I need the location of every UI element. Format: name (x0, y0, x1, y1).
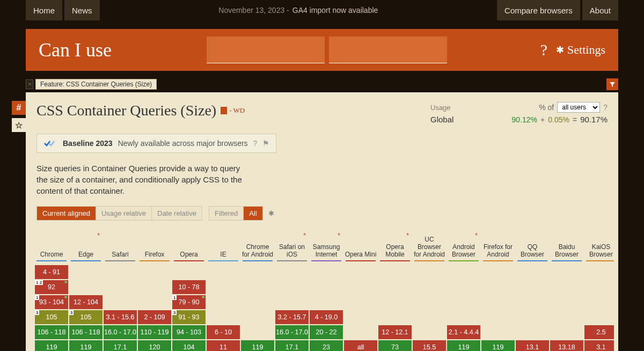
version-cell[interactable]: 11 (207, 340, 240, 351)
partial-pct: 0.05% (548, 115, 569, 124)
empty-cell (241, 295, 274, 309)
browser-header-uc[interactable]: UC Browser for Android (412, 231, 447, 261)
search-help[interactable]: ? (540, 41, 547, 59)
version-cell[interactable]: 12 - 12.1 (378, 325, 412, 339)
version-cell[interactable]: 94 - 103 (172, 325, 206, 339)
version-cell[interactable]: 4 - 91 (35, 265, 68, 279)
filter-all[interactable]: All (244, 207, 262, 220)
nav-home[interactable]: Home (26, 0, 62, 20)
version-cell[interactable]: 1⚑79 - 90 (172, 295, 206, 309)
version-cell[interactable]: 119 (241, 340, 274, 351)
browser-header-abr[interactable]: *Android Browser (447, 231, 481, 261)
support-body: 4 - 911 2⚑9210 - 781⚑93 - 10412 - 1041⚑7… (34, 265, 614, 351)
star-icon[interactable]: ☆ (12, 118, 26, 132)
version-cell[interactable]: 2.1 - 4.4.4 (447, 325, 480, 339)
filter-filtered[interactable]: Filtered (209, 207, 244, 220)
empty-cell (481, 310, 515, 324)
nav-announcement[interactable]: November 13, 2023 - GA4 import now avail… (100, 0, 497, 20)
tab-usage-relative[interactable]: Usage relative (96, 207, 152, 220)
version-cell[interactable]: 13.1 (516, 340, 549, 351)
gear-icon: ✱ (556, 44, 564, 56)
version-cell[interactable]: 119 (69, 340, 103, 351)
empty-cell (413, 310, 446, 324)
usage-help[interactable]: ? (603, 103, 608, 112)
version-cell[interactable]: 391 - 93 (172, 310, 206, 324)
note-star-icon: * (97, 231, 100, 239)
version-cell[interactable]: 13.18 (550, 340, 583, 351)
browser-header-ffa[interactable]: Firefox for Android (481, 231, 515, 261)
version-cell[interactable]: 17.1 (275, 340, 309, 351)
baseline-help-icon[interactable]: ? (253, 139, 258, 148)
baseline-flag-icon[interactable]: ⚑ (262, 139, 269, 148)
version-cell[interactable]: 2 - 109 (138, 310, 171, 324)
browser-header-omini[interactable]: Opera Mini (343, 231, 378, 261)
browser-header-kai[interactable]: KaiOS Browser (584, 231, 614, 261)
version-cell[interactable]: 106 - 118 (35, 325, 68, 339)
version-cell[interactable]: 106 - 118 (69, 325, 103, 339)
nav-about[interactable]: About (582, 0, 618, 20)
version-cell[interactable]: 1 2⚑92 (35, 280, 68, 294)
version-cell[interactable]: 16.0 - 17.0 (275, 325, 309, 339)
version-cell[interactable]: 15.5 (413, 340, 446, 351)
version-cell[interactable]: 4 - 19.0 (310, 310, 343, 324)
browser-header-opera[interactable]: Opera (172, 231, 206, 261)
search-input-2[interactable] (329, 36, 447, 63)
version-cell[interactable]: 3105 (35, 310, 68, 324)
empty-cell (516, 310, 549, 324)
version-cell[interactable]: 17.1 (104, 340, 137, 351)
browser-header-ie[interactable]: IE (206, 231, 240, 261)
cell-version: 17.1 (286, 343, 298, 351)
spec-badge[interactable]: - WD (221, 106, 245, 115)
permalink-icon[interactable]: # (12, 101, 26, 115)
version-cell[interactable]: 6 - 10 (207, 325, 240, 339)
version-cell[interactable]: 3.2 - 15.7 (275, 310, 309, 324)
browser-header-baidu[interactable]: Baidu Browser (550, 231, 584, 261)
view-settings-icon[interactable]: ✱ (268, 209, 274, 217)
version-cell[interactable]: 73 (378, 340, 412, 351)
version-cell[interactable]: 119 (447, 340, 480, 351)
browser-header-safari[interactable]: Safari (103, 231, 137, 261)
browser-header-edge[interactable]: *Edge (69, 231, 103, 261)
browser-header-qq[interactable]: QQ Browser (515, 231, 550, 261)
empty-cell (275, 280, 309, 294)
search-input-1[interactable] (207, 36, 325, 63)
version-cell[interactable]: 110 - 119 (138, 325, 171, 339)
version-cell[interactable]: 2.5 (584, 325, 614, 339)
version-cell[interactable]: 104 (172, 340, 206, 351)
browser-header-sam[interactable]: *Samsung Internet (309, 231, 343, 261)
breadcrumb-row: × Feature: CSS Container Queries (Size) (0, 78, 644, 90)
cell-note: 1 (35, 295, 39, 300)
version-cell[interactable]: 119 (35, 340, 68, 351)
browser-header-sios[interactable]: *Safari on iOS (275, 231, 309, 261)
cell-flag-icon: ⚑ (64, 280, 68, 285)
tab-date-relative[interactable]: Date relative (152, 207, 202, 220)
settings-link[interactable]: ✱ Settings (556, 43, 605, 57)
version-cell[interactable]: all (344, 340, 377, 351)
version-cell[interactable]: 10 - 78 (172, 280, 206, 294)
browser-header-chrome[interactable]: Chrome (34, 231, 69, 261)
empty-cell (207, 265, 240, 279)
browser-header-cra[interactable]: Chrome for Android (240, 231, 275, 261)
version-cell[interactable]: 3.1 - 15.6 (104, 310, 137, 324)
browser-header-firefox[interactable]: Firefox (137, 231, 172, 261)
empty-cell (138, 295, 171, 309)
version-cell[interactable]: 12 - 104 (69, 295, 103, 309)
version-cell[interactable]: 3105 (69, 310, 103, 324)
version-cell[interactable]: 23 (310, 340, 343, 351)
baseline-banner: Baseline 2023 Newly available across maj… (36, 134, 276, 153)
tab-current-aligned[interactable]: Current aligned (37, 207, 96, 220)
empty-cell (413, 295, 446, 309)
filter-icon[interactable] (606, 78, 618, 90)
version-cell[interactable]: 119 (481, 340, 515, 351)
nav-compare[interactable]: Compare browsers (497, 0, 580, 20)
version-cell[interactable]: 1⚑93 - 104 (35, 295, 68, 309)
usage-scope-select[interactable]: all users (557, 102, 600, 113)
version-cell[interactable]: 16.0 - 17.0 (104, 325, 137, 339)
version-cell[interactable]: 3.1 (584, 340, 614, 351)
nav-news[interactable]: News (64, 0, 100, 20)
breadcrumb-chip[interactable]: Feature: CSS Container Queries (Size) (35, 79, 157, 90)
version-cell[interactable]: 20 - 22 (310, 325, 343, 339)
browser-header-omob[interactable]: *Opera Mobile (378, 231, 412, 261)
breadcrumb-close[interactable]: × (26, 79, 33, 89)
version-cell[interactable]: 120 (138, 340, 171, 351)
